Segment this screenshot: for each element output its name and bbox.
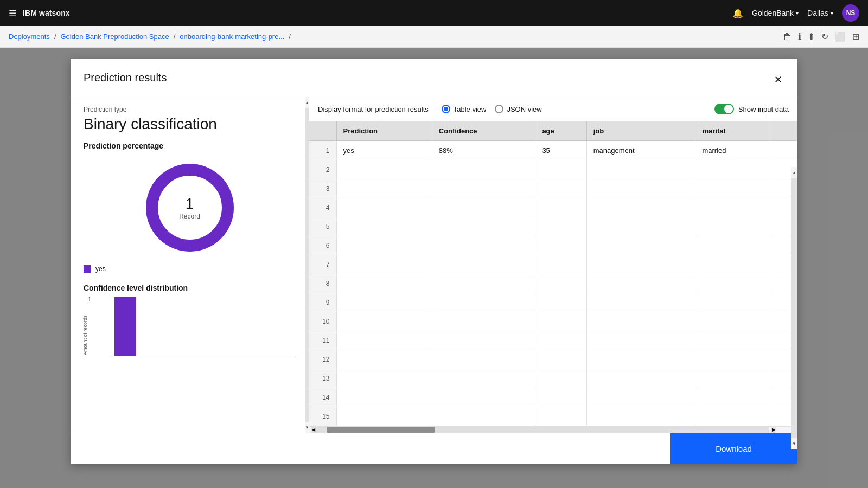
- cell-job: [586, 331, 695, 350]
- json-view-option[interactable]: JSON view: [495, 105, 541, 113]
- cell-job: [586, 407, 695, 426]
- avatar[interactable]: NS: [842, 4, 859, 22]
- cell-prediction: [336, 274, 432, 293]
- cell-age: [535, 236, 586, 255]
- col-rownum: [309, 121, 336, 141]
- cell-prediction: [336, 198, 432, 217]
- cell-job: management: [586, 141, 695, 160]
- grid-icon[interactable]: ⊞: [852, 31, 859, 42]
- cell-prediction: [336, 331, 432, 350]
- cell-confidence: [432, 255, 535, 274]
- breadcrumb-sep-2: /: [174, 33, 176, 41]
- cell-prediction: [336, 407, 432, 426]
- breadcrumb: Deployments / Golden Bank Preproduction …: [0, 26, 868, 48]
- cell-confidence: [432, 217, 535, 236]
- table-container: Prediction Confidence age job marital 1: [309, 121, 797, 433]
- right-scroll-up-icon[interactable]: ▲: [791, 167, 797, 178]
- cell-age: [535, 198, 586, 217]
- confidence-dist-label: Confidence level distribution: [84, 284, 296, 292]
- chart-legend: yes: [84, 265, 296, 273]
- account-switcher[interactable]: GoldenBank ▾: [752, 9, 799, 17]
- cell-age: [535, 179, 586, 198]
- download-button[interactable]: Download: [670, 433, 797, 464]
- view-toggle-group: Table view JSON view: [442, 105, 542, 113]
- modal-header: Prediction results ✕: [71, 59, 797, 97]
- cell-rownum: 10: [309, 312, 336, 331]
- cell-confidence: [432, 160, 535, 179]
- table-view-label: Table view: [454, 105, 487, 113]
- breadcrumb-deployments[interactable]: Deployments: [9, 33, 50, 41]
- modal-overlay: Prediction results ✕ Prediction type Bin…: [0, 48, 868, 488]
- table-view-radio[interactable]: [442, 105, 450, 113]
- show-input-toggle[interactable]: Show input data: [714, 104, 789, 114]
- cell-prediction: [336, 293, 432, 312]
- donut-label: Record: [179, 213, 200, 220]
- trash-icon[interactable]: 🗑: [783, 32, 792, 42]
- notification-bell-icon[interactable]: 🔔: [732, 8, 743, 18]
- table-row: 6: [309, 236, 797, 255]
- cell-marital: [695, 312, 770, 331]
- topnav-right: 🔔 GoldenBank ▾ Dallas ▾ NS: [732, 4, 859, 22]
- bar-chart: 1: [110, 297, 296, 356]
- cell-marital: [695, 369, 770, 388]
- table-row: 9: [309, 293, 797, 312]
- cell-job: [586, 179, 695, 198]
- cell-marital: [695, 198, 770, 217]
- location-switcher[interactable]: Dallas ▾: [807, 9, 833, 17]
- cell-age: [535, 350, 586, 369]
- y-axis-label: Amount of records: [82, 312, 88, 355]
- scroll-down-icon[interactable]: ▼: [305, 422, 309, 433]
- breadcrumb-golden-bank[interactable]: Golden Bank Preproduction Space: [61, 33, 169, 41]
- copy-icon[interactable]: ⬜: [835, 31, 846, 42]
- table-row: 2: [309, 160, 797, 179]
- cell-prediction: [336, 312, 432, 331]
- bar-yes: [114, 297, 136, 356]
- toggle-knob: [724, 105, 733, 113]
- cell-prediction: [336, 369, 432, 388]
- table-view-option[interactable]: Table view: [442, 105, 487, 113]
- breadcrumb-onboarding[interactable]: onboarding-bank-marketing-pre...: [180, 33, 284, 41]
- cell-rownum: 4: [309, 198, 336, 217]
- cell-job: [586, 293, 695, 312]
- left-panel-scrollbar: ▲ ▼: [305, 97, 309, 433]
- cell-job: [586, 388, 695, 407]
- cell-rownum: 13: [309, 369, 336, 388]
- cell-confidence: [432, 312, 535, 331]
- cell-job: [586, 236, 695, 255]
- cell-confidence: [432, 350, 535, 369]
- info-icon[interactable]: ℹ: [798, 31, 801, 42]
- horizontal-scrollbar[interactable]: ◀ ▶: [309, 426, 797, 433]
- cell-age: [535, 331, 586, 350]
- modal-close-button[interactable]: ✕: [772, 72, 784, 88]
- export-icon[interactable]: ⬆: [808, 31, 815, 42]
- scroll-left-icon[interactable]: ◀: [311, 427, 316, 433]
- cell-marital: [695, 274, 770, 293]
- cell-confidence: 88%: [432, 141, 535, 160]
- col-marital: marital: [695, 121, 770, 141]
- scroll-right-icon[interactable]: ▶: [771, 427, 776, 433]
- prediction-table: Prediction Confidence age job marital 1: [309, 121, 797, 426]
- toggle-switch[interactable]: [714, 104, 734, 114]
- donut-number: 1: [179, 195, 200, 213]
- table-row: 5: [309, 217, 797, 236]
- json-view-radio[interactable]: [495, 105, 503, 113]
- cell-marital: [695, 388, 770, 407]
- scroll-up-icon[interactable]: ▲: [305, 97, 309, 108]
- cell-prediction: [336, 255, 432, 274]
- right-scroll-track: [791, 178, 797, 433]
- prediction-results-modal: Prediction results ✕ Prediction type Bin…: [71, 59, 797, 464]
- cell-rownum: 15: [309, 407, 336, 426]
- cell-age: [535, 407, 586, 426]
- cell-job: [586, 369, 695, 388]
- cell-rownum: 7: [309, 255, 336, 274]
- legend-label-yes: yes: [95, 265, 106, 273]
- cell-job: [586, 160, 695, 179]
- cell-marital: [695, 236, 770, 255]
- cell-marital: [695, 350, 770, 369]
- cell-marital: [695, 179, 770, 198]
- hamburger-icon[interactable]: ☰: [9, 8, 16, 18]
- refresh-icon[interactable]: ↻: [821, 31, 828, 42]
- cell-confidence: [432, 331, 535, 350]
- table-row: 14: [309, 388, 797, 407]
- col-confidence: Confidence: [432, 121, 535, 141]
